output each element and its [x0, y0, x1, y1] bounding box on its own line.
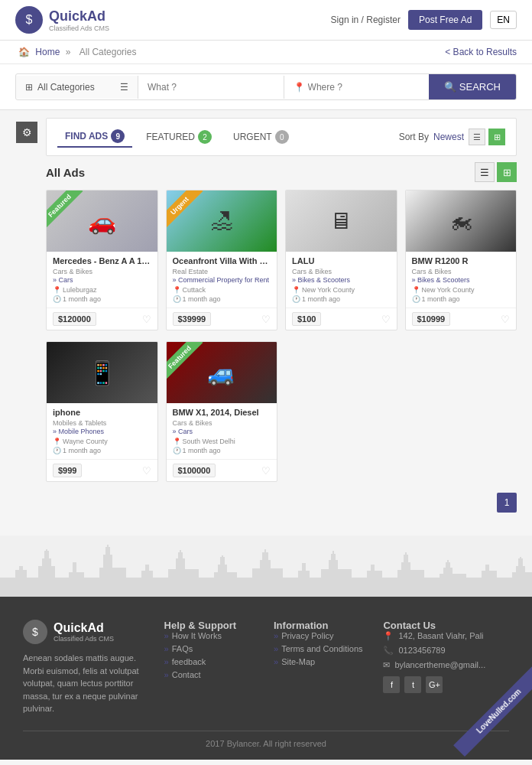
- footer-link-privacy[interactable]: Privacy Policy: [274, 631, 368, 640]
- tab-featured[interactable]: FEATURED 2: [138, 127, 219, 147]
- footer-link-faqs[interactable]: FAQs: [164, 644, 258, 653]
- breadcrumb: 🏠 Home » All Categories < Back to Result…: [0, 41, 532, 64]
- footer-contact: Contact Us 📍 142, Basant Viahr, Pali 📞 0…: [383, 620, 509, 715]
- ad-favorite-6[interactable]: ♡: [261, 465, 271, 477]
- copyright-text: 2017 Bylancer. All right reserved: [206, 739, 326, 748]
- ad-card-3[interactable]: 🖥 LALU Cars & Bikes » Bikes & Scooters 📍…: [285, 190, 397, 330]
- footer-link-terms[interactable]: Terms and Conditions: [274, 644, 368, 653]
- ad-location-2: 📍 Cuttack: [173, 286, 271, 294]
- footer-information: Information Privacy Policy Terms and Con…: [274, 620, 368, 715]
- search-what-input[interactable]: [138, 76, 284, 99]
- location-icon: 📍: [294, 82, 305, 93]
- ad-location-1: 📍 Luleburgaz: [53, 286, 151, 294]
- ads-grid-row2: 📱 iphone Mobiles & Tablets » Mobile Phon…: [46, 341, 517, 482]
- sort-label: Sort By: [399, 132, 429, 142]
- tab-find-ads-badge: 9: [111, 129, 125, 143]
- view-toggle: ☰ ⊞: [475, 162, 517, 182]
- ad-favorite-3[interactable]: ♡: [381, 314, 391, 325]
- ad-location-5: 📍 Wayne County: [53, 438, 151, 445]
- ad-footer-4: $10999 ♡: [406, 308, 517, 330]
- footer-help-title: Help & Support: [164, 620, 258, 631]
- ads-grid-row1: Featured 🚗 Mercedes - Benz A A 180 Cars …: [46, 190, 517, 330]
- breadcrumb-icon: 🏠: [18, 47, 30, 57]
- location-pin-icon-4: 📍: [412, 286, 420, 294]
- footer-link-how[interactable]: How It Works: [164, 631, 258, 640]
- sort-value[interactable]: Newest: [433, 132, 464, 142]
- ad-card-2[interactable]: Urgent 🏖 Oceanfront Villa With Pool Real…: [166, 190, 278, 330]
- clock-icon-5: 🕐: [53, 447, 61, 454]
- grid-view-toggle[interactable]: ⊞: [497, 162, 517, 182]
- location-pin-icon-3: 📍: [292, 286, 300, 294]
- ad-time-1: 🕐 1 month ago: [53, 295, 151, 303]
- ad-info-4: BMW R1200 R Cars & Bikes » Bikes & Scoot…: [406, 252, 517, 308]
- ad-subcategory-3: » Bikes & Scooters: [292, 276, 391, 284]
- footer-link-sitemap[interactable]: Site-Map: [274, 657, 368, 666]
- list-view-toggle[interactable]: ☰: [475, 162, 495, 182]
- ad-favorite-2[interactable]: ♡: [261, 314, 271, 325]
- ad-title-5: iphone: [53, 408, 151, 417]
- facebook-icon[interactable]: f: [383, 676, 400, 693]
- search-where-input[interactable]: [308, 82, 420, 93]
- back-to-results[interactable]: < Back to Results: [445, 47, 517, 57]
- search-icon: 🔍: [444, 81, 456, 93]
- footer-logo-sub: Classified Ads CMS: [54, 635, 114, 643]
- footer-link-contact[interactable]: Contact: [164, 670, 258, 679]
- header-right: Sign in / Register Post Free Ad EN: [331, 10, 517, 30]
- footer-description: Aenean sodales mattis augue. Morbi euism…: [23, 652, 149, 715]
- ad-card-5[interactable]: 📱 iphone Mobiles & Tablets » Mobile Phon…: [46, 341, 158, 482]
- tab-find-ads[interactable]: FIND ADS 9: [57, 126, 132, 148]
- breadcrumb-sep: »: [66, 47, 71, 57]
- ad-location-3: 📍 New York County: [292, 286, 391, 294]
- category-dropdown[interactable]: ⊞ All Categories ☰: [16, 76, 138, 99]
- ad-title-2: Oceanfront Villa With Pool: [173, 256, 271, 265]
- footer-link-feedback[interactable]: feedback: [164, 657, 258, 666]
- location-pin-icon-2: 📍: [173, 286, 181, 294]
- ad-subcategory-5: » Mobile Phones: [53, 428, 151, 435]
- ad-category-4: Cars & Bikes: [412, 268, 511, 275]
- ad-info-1: Mercedes - Benz A A 180 Cars & Bikes » C…: [47, 252, 157, 308]
- page-1-btn[interactable]: 1: [497, 493, 517, 513]
- tab-featured-label: FEATURED: [146, 132, 195, 142]
- social-icons: f t G+: [383, 676, 509, 693]
- search-button[interactable]: 🔍 SEARCH: [429, 74, 516, 99]
- language-selector[interactable]: EN: [490, 11, 517, 29]
- ad-card-4[interactable]: 🏍 BMW R1200 R Cars & Bikes » Bikes & Sco…: [405, 190, 517, 330]
- ad-subcategory-4: » Bikes & Scooters: [412, 276, 511, 284]
- sign-in-link[interactable]: Sign in / Register: [331, 15, 401, 25]
- skyline-divider: [0, 536, 532, 597]
- breadcrumb-home[interactable]: Home: [35, 47, 60, 57]
- ad-subcategory-2: » Commercial Property for Rent: [173, 276, 271, 284]
- ad-favorite-4[interactable]: ♡: [501, 314, 510, 325]
- footer-phone: 📞 0123456789: [383, 646, 509, 656]
- ad-title-1: Mercedes - Benz A A 180: [53, 256, 151, 265]
- settings-gear[interactable]: ⚙: [16, 122, 37, 143]
- logo-area: $ QuickAd Classified Ads CMS: [15, 6, 109, 34]
- sidebar: ⚙: [15, 118, 38, 528]
- ad-price-2: $39999: [173, 312, 212, 326]
- ad-image-5: 📱: [47, 342, 157, 403]
- logo-sub: Classified Ads CMS: [49, 24, 109, 32]
- ad-favorite-5[interactable]: ♡: [142, 465, 151, 477]
- post-free-ad-button[interactable]: Post Free Ad: [408, 10, 482, 30]
- ad-price-1: $120000: [53, 312, 96, 326]
- ad-footer-3: $100 ♡: [286, 308, 397, 330]
- list-view-btn[interactable]: ☰: [469, 129, 485, 145]
- ad-card-6[interactable]: Featured 🚙 BMW X1, 2014, Diesel Cars & B…: [166, 341, 278, 482]
- twitter-icon[interactable]: t: [404, 676, 421, 693]
- grid-view-btn[interactable]: ⊞: [488, 129, 505, 145]
- ad-time-2: 🕐 1 month ago: [173, 295, 271, 303]
- ad-title-6: BMW X1, 2014, Diesel: [173, 408, 271, 417]
- ad-card-1[interactable]: Featured 🚗 Mercedes - Benz A A 180 Cars …: [46, 190, 158, 330]
- ad-category-1: Cars & Bikes: [53, 268, 151, 275]
- googleplus-icon[interactable]: G+: [426, 676, 443, 693]
- email-icon: ✉: [383, 660, 390, 670]
- ad-info-3: LALU Cars & Bikes » Bikes & Scooters 📍 N…: [286, 252, 397, 308]
- ad-info-6: BMW X1, 2014, Diesel Cars & Bikes » Cars…: [167, 403, 277, 459]
- tab-urgent[interactable]: URGENT 0: [225, 127, 297, 147]
- footer-contact-title: Contact Us: [383, 620, 509, 631]
- footer-grid: $ QuickAd Classified Ads CMS Aenean soda…: [23, 620, 509, 715]
- tab-urgent-badge: 0: [275, 130, 289, 144]
- ad-favorite-1[interactable]: ♡: [142, 314, 151, 325]
- tab-featured-badge: 2: [198, 130, 212, 144]
- ad-price-5: $999: [53, 464, 82, 477]
